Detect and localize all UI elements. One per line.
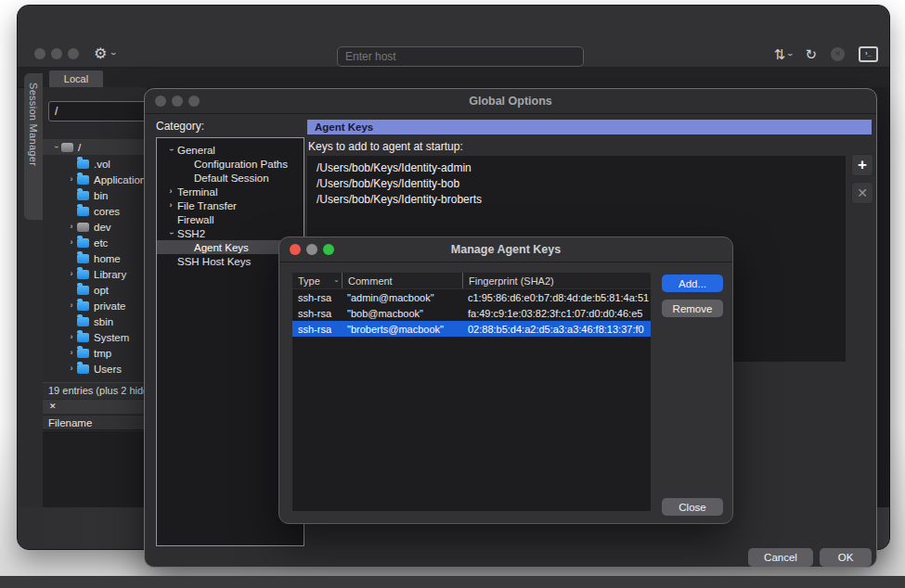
host-input[interactable] xyxy=(337,46,584,67)
dialog-close-button[interactable] xyxy=(155,96,166,107)
tree-item-label: bin xyxy=(94,190,108,201)
category-firewall[interactable]: ›Firewall xyxy=(157,212,304,226)
keys-label: Keys to add to agent at startup: xyxy=(308,140,463,153)
tree-item-label: etc xyxy=(94,237,108,249)
agent-key-row[interactable]: ssh-rsa"admin@macbook"c1:95:86:d6:e0:b7:… xyxy=(292,289,651,305)
category-label: Default Session xyxy=(194,173,269,184)
column-header-comment[interactable]: Comment xyxy=(342,273,462,288)
key-fingerprint-cell: fa:49:c9:1e:03:82:3f:c1:07:d0:d0:46:e5 xyxy=(462,308,651,319)
settings-menu-button[interactable]: ⚙ › xyxy=(94,46,115,61)
disk-icon xyxy=(77,223,89,232)
agent-keys-table-body: ssh-rsa"admin@macbook"c1:95:86:d6:e0:b7:… xyxy=(292,289,651,337)
chevron-down-icon: › xyxy=(109,52,118,55)
agent-key-row[interactable]: ssh-rsa"broberts@macbook"02:88:b5:d4:a2:… xyxy=(292,321,651,337)
category-label: Terminal xyxy=(177,186,217,198)
column-header-type[interactable]: Type › xyxy=(292,273,342,288)
tree-item-label: sbin xyxy=(94,316,113,327)
page-header: Agent Keys xyxy=(307,120,872,134)
sort-chevron-icon: › xyxy=(333,279,341,282)
refresh-button[interactable]: ↻ xyxy=(805,47,817,61)
category-label: File Transfer xyxy=(177,200,237,211)
ok-button[interactable]: OK xyxy=(820,548,872,567)
category-label: SSH Host Keys xyxy=(177,256,251,267)
key-comment-cell: "broberts@macbook" xyxy=(342,324,462,335)
dialog-minimize-button[interactable] xyxy=(306,244,317,255)
refresh-icon: ↻ xyxy=(805,47,817,61)
folder-icon xyxy=(77,207,89,216)
category-general[interactable]: ›General xyxy=(157,143,304,157)
terminal-icon: ›_ xyxy=(859,46,878,62)
category-chevron-icon: › xyxy=(167,144,175,157)
folder-icon xyxy=(77,191,89,200)
column-header-fingerprint[interactable]: Fingerprint (SHA2) xyxy=(462,273,651,288)
disconnect-button: ✕ xyxy=(831,47,845,61)
category-configuration-paths[interactable]: Configuration Paths xyxy=(157,157,304,171)
terminal-button[interactable]: ›_ xyxy=(859,46,878,62)
expand-chevron-icon: › xyxy=(66,223,77,231)
toolbar-right-icons: ⇅ › ↻ ✕ ›_ xyxy=(774,46,879,62)
category-label: Configuration Paths xyxy=(194,159,288,170)
chevron-down-icon: › xyxy=(785,53,795,56)
desktop: ⚙ › ⇅ › ↻ ✕ ›_ Local xyxy=(0,0,905,588)
dialog-zoom-button[interactable] xyxy=(188,96,200,107)
key-type-cell: ssh-rsa xyxy=(292,324,342,335)
tree-item-label: System xyxy=(94,332,129,343)
category-terminal[interactable]: ›Terminal xyxy=(157,185,304,198)
dialog-close-button[interactable] xyxy=(290,244,301,255)
window-minimize-button[interactable] xyxy=(51,48,62,59)
folder-icon xyxy=(77,364,89,374)
filename-column-header[interactable]: Filename xyxy=(43,415,147,430)
gear-icon: ⚙ xyxy=(94,46,107,61)
folder-icon xyxy=(77,254,89,263)
remove-key-button[interactable]: ✕ xyxy=(851,182,873,204)
category-default-session[interactable]: Default Session xyxy=(157,171,304,185)
dialog-traffic-lights xyxy=(155,96,200,107)
agent-key-item[interactable]: /Users/bob/Keys/Identity-broberts xyxy=(307,192,846,208)
folder-icon xyxy=(77,317,89,326)
disk-icon xyxy=(61,143,73,152)
agent-key-item[interactable]: /Users/bob/Keys/Identity-bob xyxy=(307,176,846,192)
session-manager-tab[interactable]: Session Manager xyxy=(24,73,43,220)
tree-item-label: Applications xyxy=(94,174,151,185)
tree-root-label: / xyxy=(78,142,81,153)
folder-icon xyxy=(77,175,89,185)
remove-button[interactable]: Remove xyxy=(662,300,723,317)
close-button[interactable]: Close xyxy=(662,498,723,516)
window-zoom-button[interactable] xyxy=(68,48,79,59)
folder-icon xyxy=(77,238,89,248)
tree-item-label: private xyxy=(94,300,126,312)
key-comment-cell: "admin@macbook" xyxy=(342,292,462,303)
dialog-traffic-lights xyxy=(290,244,334,255)
tab-bar: Local xyxy=(18,68,889,88)
category-file-transfer[interactable]: ›File Transfer xyxy=(157,198,304,212)
cancel-button[interactable]: Cancel xyxy=(748,548,813,567)
expand-chevron-icon: › xyxy=(66,349,77,357)
category-label: Category: xyxy=(156,120,204,133)
session-manager-panel: › / ›.vol›Applications›bin›cores›dev›etc… xyxy=(43,87,147,507)
expand-chevron-icon: › xyxy=(66,301,77,310)
folder-icon xyxy=(77,270,89,279)
add-button[interactable]: Add... xyxy=(662,275,723,292)
window-close-button[interactable] xyxy=(34,48,45,59)
key-fingerprint-cell: c1:95:86:d6:e0:b7:d8:4d:de:b5:81:4a:51 xyxy=(462,292,651,303)
expand-chevron-icon: › xyxy=(52,142,60,153)
file-list xyxy=(43,431,147,507)
folder-icon xyxy=(77,301,89,311)
dialog-zoom-button[interactable] xyxy=(323,244,334,255)
agent-key-item[interactable]: /Users/bob/Keys/Identity-admin xyxy=(307,160,846,176)
tree-item-label: Library xyxy=(94,269,126,280)
dialog-title: Manage Agent Keys xyxy=(451,243,561,256)
tab-local[interactable]: Local xyxy=(49,70,103,87)
add-key-button[interactable]: + xyxy=(851,154,873,176)
dialog-minimize-button[interactable] xyxy=(172,96,183,107)
category-label: Agent Keys xyxy=(194,242,249,253)
expand-chevron-icon: › xyxy=(66,270,77,278)
close-icon[interactable]: ✕ xyxy=(49,403,57,411)
transfer-order-button[interactable]: ⇅ › xyxy=(774,47,792,61)
manage-agent-keys-titlebar: Manage Agent Keys xyxy=(279,237,732,262)
key-type-cell: ssh-rsa xyxy=(292,292,342,303)
tree-item-label: cores xyxy=(94,206,120,217)
global-options-titlebar: Global Options xyxy=(145,89,876,114)
agent-key-row[interactable]: ssh-rsa"bob@macbook"fa:49:c9:1e:03:82:3f… xyxy=(292,305,651,321)
expand-chevron-icon: › xyxy=(66,333,77,341)
